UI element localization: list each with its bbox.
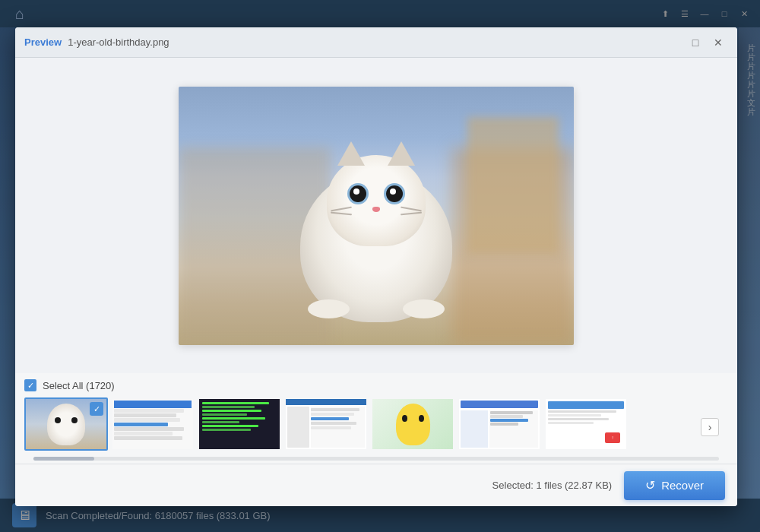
modal-window-controls[interactable]: □ ✕ — [686, 33, 728, 52]
dark-line — [202, 406, 255, 408]
cat-head — [327, 155, 426, 246]
cat-body — [293, 155, 460, 322]
thumb-email-header — [548, 401, 624, 409]
thumb-screen-body — [286, 405, 366, 449]
thumbnail-item[interactable] — [458, 397, 541, 451]
whisker-right-1 — [401, 206, 422, 211]
modal-image-area — [15, 58, 737, 373]
cat-paw-right — [403, 299, 445, 318]
thumb-cat-eye-left — [55, 417, 61, 423]
char-figure — [396, 404, 430, 445]
thumb-row — [114, 409, 184, 413]
thumb-cat-eye-right — [71, 417, 78, 423]
thumb-email: ! — [546, 399, 626, 449]
thumbnail-item[interactable] — [371, 397, 454, 451]
preview-image — [179, 87, 574, 345]
thumb-row — [114, 436, 182, 440]
thumbnail-strip-wrapper: ✓ — [24, 397, 728, 457]
modal-titlebar: Preview 1-year-old-birthday.png □ ✕ — [15, 27, 737, 58]
thumbnail-section: ✓ Select All (1720) ✓ — [15, 373, 737, 464]
cat-ear-right — [388, 141, 415, 166]
recover-icon: ↺ — [645, 478, 655, 492]
dark-line — [202, 429, 251, 431]
thumbnail-item[interactable] — [198, 397, 281, 451]
cat-nose — [372, 207, 380, 212]
modal-maximize-button[interactable]: □ — [686, 33, 705, 52]
char-eye-left — [402, 415, 407, 422]
thumb-row — [114, 418, 180, 422]
thumbnail-scrollbar[interactable] — [33, 457, 719, 461]
thumb-file-browser — [459, 399, 540, 449]
thumb-yellow-char — [372, 399, 453, 449]
thumb-row — [114, 423, 168, 426]
thumbnail-item[interactable] — [284, 397, 368, 451]
thumb-email-badge: ! — [605, 432, 620, 443]
thumbnail-item[interactable] — [111, 397, 195, 451]
modal-app-label: Preview — [24, 36, 62, 48]
thumb-screen-main — [311, 407, 365, 448]
thumb-cat-body — [47, 404, 85, 445]
select-all-checkbox[interactable]: ✓ — [24, 379, 36, 391]
cat-ear-left — [337, 141, 365, 166]
char-eye-right — [419, 415, 424, 422]
dark-line — [202, 421, 239, 423]
thumbnail-scrollbar-thumb — [33, 457, 94, 461]
dark-line — [202, 402, 269, 404]
preview-modal: Preview 1-year-old-birthday.png □ ✕ — [15, 27, 737, 506]
whisker-right-2 — [401, 211, 422, 214]
dark-line — [202, 410, 261, 412]
dark-line — [202, 425, 258, 427]
thumbnail-strip: ✓ — [24, 397, 728, 457]
thumb-header — [114, 401, 192, 408]
modal-bottom-bar: Selected: 1 files (22.87 KB) ↺ Recover — [15, 464, 737, 506]
dark-line — [202, 417, 265, 420]
thumb-screen-2 — [286, 399, 366, 449]
thumbnail-item[interactable]: ! — [544, 397, 628, 451]
dark-line — [202, 413, 247, 416]
thumb-screen-left — [287, 407, 309, 448]
modal-close-button[interactable]: ✕ — [708, 33, 728, 52]
recover-button-label: Recover — [661, 479, 704, 492]
bg-box-right — [467, 117, 559, 254]
thumbnail-item[interactable]: ✓ — [24, 397, 108, 451]
selected-info-text: Selected: 1 files (22.87 KB) — [492, 480, 613, 491]
whisker-left-1 — [331, 206, 352, 211]
thumb-row — [114, 432, 173, 435]
modal-filename: 1-year-old-birthday.png — [68, 36, 169, 48]
thumb-screen-header — [286, 399, 366, 405]
thumbnail-next-button[interactable]: › — [701, 418, 719, 436]
whisker-left-2 — [331, 211, 352, 214]
thumb-row — [114, 413, 176, 417]
cat-eye-left — [350, 185, 366, 202]
thumb-file-list — [112, 399, 193, 449]
select-all-label: Select All (1720) — [43, 380, 115, 391]
select-all-row: ✓ Select All (1720) — [24, 379, 728, 391]
thumb-check: ✓ — [90, 402, 103, 416]
thumb-row — [114, 427, 184, 431]
cat-eye-right — [386, 185, 403, 202]
cat-paw-left — [308, 299, 350, 318]
thumb-dark-screen — [199, 399, 280, 449]
recover-button[interactable]: ↺ Recover — [624, 471, 725, 500]
